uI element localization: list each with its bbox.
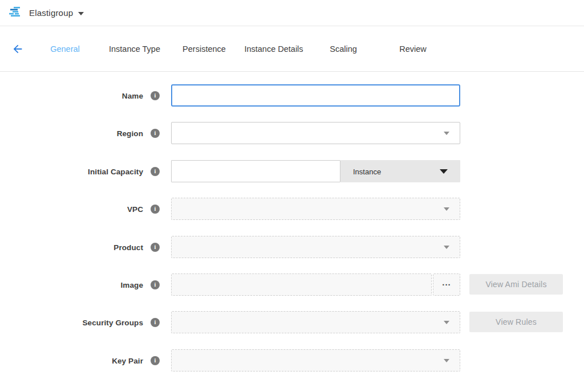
tab-review[interactable]: Review bbox=[378, 44, 448, 54]
key-pair-label: Key Pair bbox=[34, 356, 143, 365]
general-form: Name i Region i Initial Capacity i bbox=[0, 72, 584, 392]
tab-general[interactable]: General bbox=[30, 44, 100, 54]
info-icon[interactable]: i bbox=[151, 318, 160, 327]
initial-capacity-input[interactable] bbox=[171, 160, 340, 182]
info-icon[interactable]: i bbox=[151, 167, 160, 176]
info-icon[interactable]: i bbox=[151, 205, 160, 214]
image-label: Image bbox=[34, 280, 143, 289]
dropdown-caret-icon bbox=[444, 246, 449, 249]
image-browse-button: ... bbox=[433, 273, 460, 296]
tab-persistence[interactable]: Persistence bbox=[169, 44, 239, 54]
name-label: Name bbox=[34, 91, 143, 100]
security-groups-select bbox=[171, 311, 460, 333]
form-row-product: Product i bbox=[0, 236, 584, 258]
security-groups-label: Security Groups bbox=[34, 318, 143, 326]
initial-capacity-label: Initial Capacity bbox=[34, 167, 143, 175]
form-row-initial-capacity: Initial Capacity i Instance bbox=[0, 160, 584, 182]
key-pair-select bbox=[171, 349, 460, 371]
form-row-key-pair: Key Pair i bbox=[0, 349, 584, 371]
product-select bbox=[171, 236, 460, 258]
product-switcher[interactable]: Elastigroup bbox=[29, 8, 73, 18]
info-icon[interactable]: i bbox=[151, 129, 160, 138]
vpc-select bbox=[171, 198, 460, 220]
topbar: Elastigroup bbox=[0, 0, 584, 26]
dropdown-caret-icon bbox=[444, 207, 449, 211]
wizard-tabs: General Instance Type Persistence Instan… bbox=[30, 27, 448, 71]
name-input[interactable] bbox=[171, 84, 460, 107]
region-label: Region bbox=[34, 129, 143, 137]
image-input bbox=[171, 273, 432, 296]
dropdown-caret-icon bbox=[444, 321, 449, 324]
wizard-tabbar: General Instance Type Persistence Instan… bbox=[0, 27, 584, 72]
product-label: Product bbox=[34, 243, 143, 251]
form-row-name: Name i bbox=[0, 84, 584, 107]
form-row-vpc: VPC i bbox=[0, 198, 584, 220]
back-arrow-button[interactable] bbox=[11, 43, 24, 55]
dropdown-caret-icon bbox=[444, 132, 449, 135]
form-row-image: Image i ... View Ami Details bbox=[0, 273, 584, 296]
info-icon[interactable]: i bbox=[151, 243, 160, 252]
info-icon[interactable]: i bbox=[151, 280, 160, 289]
view-rules-button: View Rules bbox=[469, 312, 563, 332]
elastigroup-create-wizard: Elastigroup General Instance Type Persis… bbox=[0, 0, 584, 392]
capacity-unit-value: Instance bbox=[353, 167, 381, 175]
form-row-region: Region i bbox=[0, 122, 584, 144]
vpc-label: VPC bbox=[34, 205, 143, 213]
tab-instance-details[interactable]: Instance Details bbox=[239, 44, 309, 54]
dropdown-caret-icon bbox=[440, 169, 448, 174]
capacity-unit-select[interactable]: Instance bbox=[340, 160, 460, 182]
dropdown-caret-icon bbox=[444, 359, 449, 362]
view-ami-details-button: View Ami Details bbox=[469, 274, 563, 295]
tab-scaling[interactable]: Scaling bbox=[309, 44, 378, 54]
back-arrow-icon bbox=[11, 43, 24, 55]
info-icon[interactable]: i bbox=[151, 356, 160, 365]
info-icon[interactable]: i bbox=[151, 91, 160, 100]
chevron-down-icon[interactable] bbox=[78, 12, 84, 15]
tab-instance-type[interactable]: Instance Type bbox=[100, 44, 169, 54]
elastigroup-logo-icon bbox=[8, 6, 23, 19]
form-row-security-groups: Security Groups i View Rules bbox=[0, 311, 584, 333]
region-select[interactable] bbox=[171, 122, 460, 144]
